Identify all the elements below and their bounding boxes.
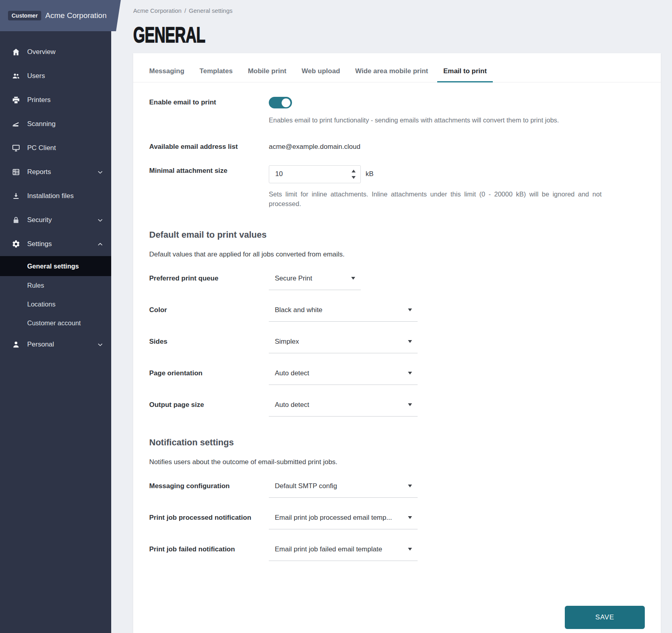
- settings-submenu: General settings Rules Locations Custome…: [0, 256, 111, 333]
- page-orientation-select[interactable]: Auto detect: [269, 368, 418, 385]
- page-orientation-label: Page orientation: [149, 368, 269, 377]
- messaging-configuration-label: Messaging configuration: [149, 481, 269, 490]
- section-desc-notifications: Notifies users about the outcome of emai…: [149, 458, 645, 466]
- chevron-down-icon: [97, 169, 103, 175]
- sidebar-item-scanning[interactable]: Scanning: [0, 112, 111, 136]
- dropdown-caret-icon: [408, 548, 412, 551]
- toggle-knob: [282, 98, 290, 107]
- dropdown-caret-icon: [408, 516, 412, 519]
- min-attachment-input[interactable]: [269, 165, 361, 183]
- breadcrumb: Acme Corporation/General settings: [133, 7, 661, 14]
- section-desc-defaults: Default values that are applied for all …: [149, 250, 645, 258]
- chevron-down-icon: [97, 217, 103, 223]
- enable-email-label: Enable email to print: [149, 97, 269, 106]
- scanner-icon: [12, 120, 20, 128]
- unit-label: kB: [366, 170, 374, 178]
- users-icon: [12, 72, 20, 80]
- print-job-processed-select[interactable]: Email print job processed email temp...: [269, 512, 418, 529]
- enable-email-toggle[interactable]: [269, 97, 292, 108]
- tab-templates[interactable]: Templates: [194, 61, 239, 82]
- dropdown-caret-icon: [408, 485, 412, 487]
- email-list-value: acme@example.domain.cloud: [269, 141, 645, 151]
- preferred-print-queue-label: Preferred print queue: [149, 273, 269, 282]
- tab-panel-email-to-print: Enable email to print Enables email to p…: [133, 82, 661, 629]
- dropdown-caret-icon: [408, 372, 412, 375]
- color-label: Color: [149, 304, 269, 314]
- sidebar-item-general-settings[interactable]: General settings: [0, 256, 111, 276]
- sidebar-item-pc-client[interactable]: PC Client: [0, 136, 111, 160]
- dropdown-caret-icon: [351, 277, 355, 280]
- min-attachment-label: Minimal attachment size: [149, 165, 269, 175]
- email-list-label: Available email address list: [149, 141, 269, 151]
- monitor-icon: [12, 144, 20, 152]
- enable-email-help: Enables email to print functionality - s…: [269, 116, 645, 125]
- download-icon: [12, 192, 20, 200]
- sidebar-item-personal[interactable]: Personal: [0, 333, 111, 357]
- app-root: Customer Acme Corporation Overview Users: [0, 0, 672, 633]
- messaging-configuration-select[interactable]: Default SMTP config: [269, 481, 418, 498]
- print-job-failed-label: Print job failed notification: [149, 544, 269, 553]
- dropdown-caret-icon: [408, 308, 412, 311]
- tab-bar: Messaging Templates Mobile print Web upl…: [133, 53, 661, 82]
- sidebar-item-installation-files[interactable]: Installation files: [0, 184, 111, 208]
- stepper-up-button[interactable]: [352, 170, 356, 172]
- sidebar-item-locations[interactable]: Locations: [0, 295, 111, 314]
- lock-icon: [12, 216, 20, 224]
- number-stepper: [352, 165, 356, 183]
- sidebar-item-overview[interactable]: Overview: [0, 40, 111, 64]
- sidebar-item-reports[interactable]: Reports: [0, 160, 111, 184]
- breadcrumb-current: General settings: [189, 7, 232, 14]
- sidebar-item-settings[interactable]: Settings: [0, 232, 111, 256]
- printer-icon: [12, 96, 20, 104]
- tab-email-to-print[interactable]: Email to print: [437, 61, 493, 82]
- sidebar-item-rules[interactable]: Rules: [0, 276, 111, 295]
- chevron-down-icon: [97, 342, 103, 348]
- tab-web-upload[interactable]: Web upload: [296, 61, 346, 82]
- page-title: GENERAL: [133, 23, 502, 46]
- home-icon: [12, 48, 20, 56]
- color-select[interactable]: Black and white: [269, 304, 418, 322]
- stepper-down-button[interactable]: [352, 176, 356, 179]
- main-content: Acme Corporation/General settings GENERA…: [111, 0, 672, 633]
- save-button[interactable]: SAVE: [565, 606, 645, 629]
- sidebar: Customer Acme Corporation Overview Users: [0, 0, 111, 633]
- breadcrumb-separator: /: [184, 7, 186, 14]
- section-title-notifications: Notification settings: [149, 437, 645, 448]
- settings-card: Messaging Templates Mobile print Web upl…: [133, 53, 661, 633]
- tab-wide-area-mobile-print[interactable]: Wide area mobile print: [349, 61, 434, 82]
- customer-badge: Customer: [8, 11, 41, 21]
- person-icon: [12, 340, 20, 349]
- dropdown-caret-icon: [408, 403, 412, 406]
- section-title-defaults: Default email to print values: [149, 230, 645, 240]
- breadcrumb-customer[interactable]: Acme Corporation: [133, 7, 182, 14]
- report-table-icon: [12, 168, 20, 176]
- sidebar-item-security[interactable]: Security: [0, 208, 111, 232]
- sidebar-nav: Overview Users Printers Scanning: [0, 0, 111, 357]
- output-page-size-label: Output page size: [149, 399, 269, 409]
- print-job-processed-label: Print job processed notification: [149, 512, 269, 522]
- sides-select[interactable]: Simplex: [269, 336, 418, 353]
- print-job-failed-select[interactable]: Email print job failed email template: [269, 544, 418, 561]
- customer-name: Acme Corporation: [45, 11, 106, 20]
- tab-messaging[interactable]: Messaging: [143, 61, 190, 82]
- sides-label: Sides: [149, 336, 269, 346]
- customer-header: Customer Acme Corporation: [0, 0, 121, 31]
- min-attachment-help: Sets limit for inline attachments. Inlin…: [269, 190, 602, 209]
- output-page-size-select[interactable]: Auto detect: [269, 399, 418, 417]
- preferred-print-queue-select[interactable]: Secure Print: [269, 273, 361, 290]
- gear-icon: [12, 240, 20, 248]
- sidebar-item-printers[interactable]: Printers: [0, 88, 111, 112]
- sidebar-item-users[interactable]: Users: [0, 64, 111, 88]
- sidebar-item-customer-account[interactable]: Customer account: [0, 314, 111, 333]
- chevron-up-icon: [97, 241, 103, 247]
- dropdown-caret-icon: [408, 340, 412, 343]
- tab-mobile-print[interactable]: Mobile print: [242, 61, 292, 82]
